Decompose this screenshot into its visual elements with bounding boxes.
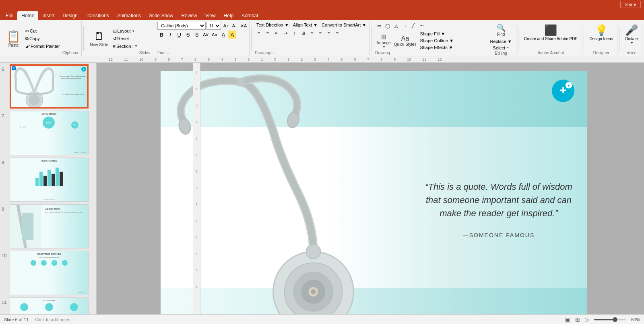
quick-styles-button[interactable]: Aa Quick Styles (393, 34, 418, 47)
tab-slide-show[interactable]: Slide Show (145, 11, 177, 20)
layout-icon: ⊟ (113, 29, 117, 34)
numbered-list-button[interactable]: ≡ (264, 29, 272, 37)
line-spacing-button[interactable]: ↕ (290, 29, 298, 37)
thumb-9-text: A BRIEF STORY Some text here that descri… (45, 208, 87, 213)
zoom-slider-thumb[interactable] (613, 317, 617, 322)
quick-styles-icon: Aa (401, 35, 409, 42)
shape-more-button[interactable]: ⋯ (417, 22, 425, 30)
tab-help[interactable]: Help (220, 11, 238, 20)
slides-group: 🗒 New Slide ⊟ Layout ▾ ↺ Reset ≡ Section… (85, 21, 153, 56)
tab-design[interactable]: Design (58, 11, 81, 20)
cut-button[interactable]: ✂ Cut (24, 28, 62, 35)
char-spacing-button[interactable]: AV (202, 31, 210, 39)
tab-review[interactable]: Review (177, 11, 201, 20)
shape-effects-button[interactable]: Shape Effects ▼ (418, 44, 455, 51)
shape-arrow-button[interactable]: → (400, 22, 409, 30)
slide-quote-text: “This is a quote. Words full of wisdom t… (422, 180, 575, 220)
slide-preview-10[interactable]: MILESTONES REACHED Some text to describe… (10, 251, 89, 295)
sep5 (484, 27, 484, 51)
decrease-font-size-button[interactable]: A↓ (231, 22, 239, 30)
slide-thumb-10[interactable]: 10 MILESTONES REACHED Some text to descr… (2, 251, 95, 295)
bold-button[interactable]: B (157, 31, 165, 39)
align-left-button[interactable]: ≡ (308, 29, 316, 37)
smartart-button[interactable]: Convert to SmartArt ▼ (320, 22, 368, 28)
font-color-button[interactable]: A (219, 31, 227, 39)
clear-formatting-button[interactable]: ✕A (239, 22, 248, 30)
strikethrough-button[interactable]: S (184, 31, 192, 39)
section-button[interactable]: ≡ Section : ▾ (111, 43, 138, 49)
new-slide-button[interactable]: 🗒 New Slide (87, 21, 111, 56)
tab-insert[interactable]: Insert (38, 11, 58, 20)
thumb-slide-9-content: A BRIEF STORY Some text here that descri… (10, 205, 88, 248)
slide-preview-7[interactable]: KEY NUMBERS 20,100 50,000 5,000 (10, 111, 89, 155)
justify-button[interactable]: ≡ (333, 29, 341, 37)
thumb-stethoscope-svg (10, 65, 88, 108)
find-button[interactable]: 🔍 Find (495, 23, 507, 37)
copy-button[interactable]: ⧉ Copy (24, 35, 62, 42)
design-ideas-button[interactable]: 💡 Design Ideas (588, 23, 615, 43)
thumb-8-bars (12, 164, 87, 186)
bullets-button[interactable]: ≡ (255, 29, 263, 37)
shape-rect-button[interactable]: ▭ (375, 22, 383, 30)
slide-thumb-11[interactable]: 11 FULL PROCESS (2, 297, 95, 314)
text-direction-button[interactable]: Text Direction ▼ (255, 22, 291, 28)
slide-thumb-7[interactable]: 7 KEY NUMBERS 20,100 50,000 (2, 111, 95, 155)
view-normal-button[interactable]: ▣ (565, 316, 570, 323)
tab-view[interactable]: View (201, 11, 220, 20)
align-right-button[interactable]: ≡ (325, 29, 333, 37)
view-slide-sorter-button[interactable]: ⊞ (575, 316, 580, 323)
tab-animations[interactable]: Animations (113, 11, 145, 20)
slide-thumb-8[interactable]: 8 OUR GRAPHICS Description text here (2, 158, 95, 202)
decrease-indent-button[interactable]: ⇤ (272, 29, 281, 37)
font-expand-icon[interactable]: ⌄ (166, 51, 169, 55)
font-family-select[interactable]: Calibri (Body) (157, 22, 206, 30)
slide-quote-area: “This is a quote. Words full of wisdom t… (422, 180, 575, 238)
shape-line-button[interactable]: ╱ (409, 22, 417, 30)
increase-font-size-button[interactable]: A↑ (222, 22, 230, 30)
text-shadow-button[interactable]: S (193, 31, 201, 39)
sep1 (83, 27, 84, 51)
slide-preview-6[interactable]: "This is a quote. Words full of wisdom t… (10, 64, 89, 109)
replace-button[interactable]: Replace ▼ (488, 38, 513, 45)
increase-indent-button[interactable]: ⇥ (281, 29, 289, 37)
view-reading-button[interactable]: ▷ (585, 316, 589, 323)
slide-preview-8[interactable]: OUR GRAPHICS Description text here (10, 158, 89, 202)
sep4 (372, 27, 372, 51)
slide-preview-11[interactable]: FULL PROCESS (10, 297, 89, 314)
italic-button[interactable]: I (166, 31, 174, 39)
thumb-11-steps (12, 303, 87, 311)
create-share-pdf-button[interactable]: ⬛ Create and Share Adobe PDF (522, 23, 579, 43)
highlight-color-button[interactable]: A (228, 31, 236, 39)
paste-button[interactable]: 📋 Paste (3, 21, 24, 56)
paste-icon: 📋 (6, 30, 21, 43)
shape-fill-button[interactable]: Shape Fill ▼ (418, 31, 455, 37)
design-ideas-icon: 💡 (595, 24, 608, 37)
tab-transitions[interactable]: Transitions (82, 11, 113, 20)
align-center-button[interactable]: ≡ (316, 29, 324, 37)
slide-thumb-9[interactable]: 9 A BRIEF STORY Som (2, 204, 95, 248)
shape-oval-button[interactable]: ◯ (384, 22, 392, 30)
shape-outline-button[interactable]: Shape Outline ▼ (418, 37, 455, 44)
format-painter-button[interactable]: 🖌 Format Painter (24, 43, 62, 49)
sep3 (251, 27, 252, 51)
zoom-slider[interactable] (594, 319, 626, 320)
tab-home[interactable]: Home (17, 11, 38, 20)
columns-button[interactable]: ⊞ (299, 29, 307, 37)
tab-file[interactable]: File (2, 11, 17, 20)
align-text-button[interactable]: Align Text ▼ (291, 22, 319, 28)
arrange-button[interactable]: ⊞ Arrange ▾ (375, 32, 392, 49)
select-button[interactable]: Select ~ (491, 45, 511, 51)
slide-number-8: 8 (2, 160, 7, 165)
underline-button[interactable]: U (175, 31, 183, 39)
editing-label: Editing (495, 51, 507, 55)
tab-acrobat[interactable]: Acrobat (237, 11, 262, 20)
change-case-button[interactable]: Aa (211, 31, 219, 39)
slide-preview-9[interactable]: A BRIEF STORY Some text here that descri… (10, 204, 89, 248)
font-size-select[interactable]: 18 (206, 22, 221, 30)
shape-triangle-button[interactable]: △ (392, 22, 400, 30)
share-button[interactable]: Share (620, 1, 641, 8)
layout-button[interactable]: ⊟ Layout ▾ (111, 28, 138, 35)
dictate-button[interactable]: 🎤 Dictate ▾ (623, 23, 640, 46)
reset-button[interactable]: ↺ Reset (111, 35, 138, 42)
slide-thumb-6[interactable]: 6 (2, 64, 95, 109)
